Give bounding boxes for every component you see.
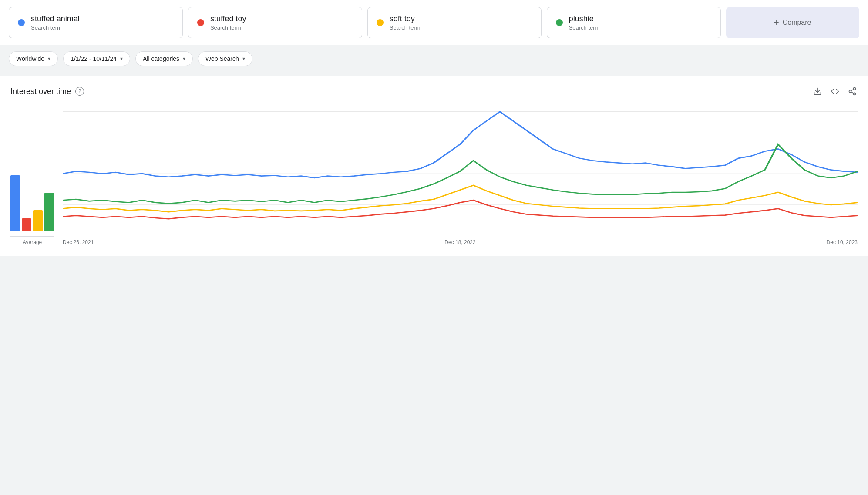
card-text-soft-toy: soft toy Search term — [390, 14, 421, 31]
card-text-plushie: plushie Search term — [569, 14, 600, 31]
location-filter[interactable]: Worldwide ▾ — [9, 51, 58, 66]
avg-bar-area: Average — [10, 163, 54, 245]
dot-stuffed-toy — [197, 19, 204, 26]
chart-header: Interest over time ? — [10, 86, 858, 97]
chart-area: Average 100 75 50 25 — [10, 107, 858, 245]
term-name-1: stuffed animal — [31, 14, 80, 23]
location-chevron-icon: ▾ — [48, 56, 50, 62]
search-term-card-1: stuffed animal Search term — [9, 7, 183, 38]
line-chart-wrapper: 100 75 50 25 Dec 26, 2021 Dec 18, 2022 D… — [63, 107, 858, 245]
search-term-card-4: plushie Search term — [547, 7, 721, 38]
location-label: Worldwide — [16, 55, 44, 62]
embed-icon[interactable] — [830, 86, 840, 97]
card-text-stuffed-animal: stuffed animal Search term — [31, 14, 80, 31]
category-chevron-icon: ▾ — [183, 56, 185, 62]
search-type-filter[interactable]: Web Search ▾ — [198, 51, 252, 66]
date-label: 1/1/22 - 10/11/24 — [71, 55, 117, 62]
svg-line-5 — [851, 89, 854, 90]
chart-title: Interest over time — [10, 87, 71, 96]
dot-stuffed-animal — [18, 19, 25, 26]
x-axis-labels: Dec 26, 2021 Dec 18, 2022 Dec 10, 2023 — [63, 237, 858, 245]
avg-label: Average — [10, 236, 54, 245]
search-term-card-2: stuffed toy Search term — [188, 7, 362, 38]
term-type-4: Search term — [569, 24, 600, 31]
date-chevron-icon: ▾ — [120, 56, 123, 62]
term-name-2: stuffed toy — [210, 14, 246, 23]
help-icon[interactable]: ? — [75, 87, 84, 96]
term-type-2: Search term — [210, 24, 246, 31]
avg-bar-blue — [10, 175, 20, 231]
yellow-line — [63, 185, 858, 212]
x-label-3: Dec 10, 2023 — [827, 239, 858, 245]
date-filter[interactable]: 1/1/22 - 10/11/24 ▾ — [63, 51, 130, 66]
blue-line — [63, 112, 858, 178]
compare-card[interactable]: + Compare — [726, 7, 860, 38]
term-name-4: plushie — [569, 14, 600, 23]
chart-section: Interest over time ? — [0, 76, 868, 256]
filters-section: Worldwide ▾ 1/1/22 - 10/11/24 ▾ All cate… — [0, 45, 868, 72]
search-type-chevron-icon: ▾ — [242, 56, 245, 62]
term-name-3: soft toy — [390, 14, 421, 23]
category-filter[interactable]: All categories ▾ — [135, 51, 193, 66]
avg-bar-green — [44, 193, 54, 231]
chart-title-area: Interest over time ? — [10, 87, 84, 96]
category-label: All categories — [143, 55, 179, 62]
search-term-card-3: soft toy Search term — [367, 7, 542, 38]
dot-soft-toy — [377, 19, 384, 26]
avg-bar-yellow — [33, 210, 43, 231]
plus-icon: + — [774, 18, 779, 28]
avg-bar-red — [22, 218, 31, 231]
svg-line-4 — [851, 92, 854, 93]
download-icon[interactable] — [812, 86, 823, 97]
x-label-2: Dec 18, 2022 — [444, 239, 475, 245]
avg-bars — [10, 163, 54, 233]
dot-plushie — [556, 19, 563, 26]
x-label-1: Dec 26, 2021 — [63, 239, 94, 245]
line-chart-svg: 100 75 50 25 — [63, 107, 858, 237]
card-text-stuffed-toy: stuffed toy Search term — [210, 14, 246, 31]
term-type-3: Search term — [390, 24, 421, 31]
chart-actions — [812, 86, 858, 97]
share-icon[interactable] — [847, 86, 858, 97]
compare-label: Compare — [783, 19, 811, 27]
term-type-1: Search term — [31, 24, 80, 31]
help-question-mark: ? — [78, 88, 81, 94]
search-type-label: Web Search — [205, 55, 239, 62]
search-terms-section: stuffed animal Search term stuffed toy S… — [0, 0, 868, 45]
